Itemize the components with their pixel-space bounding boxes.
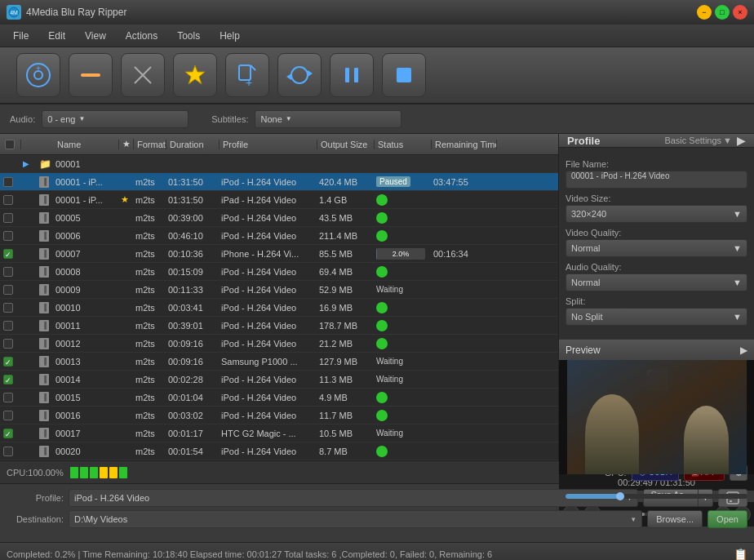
table-row[interactable]: 00017 m2ts 00:01:17 HTC G2 Magic - ... 1…: [0, 424, 558, 442]
settings-arrow-icon[interactable]: ▶: [737, 134, 746, 147]
file-name-label: File Name:: [566, 159, 747, 169]
table-row[interactable]: 00012 m2ts 00:09:16 iPod - H.264 Video 2…: [0, 335, 558, 353]
add-disc-button[interactable]: +: [16, 53, 60, 97]
table-row[interactable]: 00014 m2ts 00:02:28 iPod - H.264 Video 1…: [0, 371, 558, 389]
profile-panel: Profile Basic Settings ▼ ▶ File Name: 00…: [558, 134, 754, 460]
status-info-icon[interactable]: 📋: [734, 548, 747, 561]
table-body[interactable]: ▶ 📁 00001 00001 - iP... m2ts 01:31:50: [0, 155, 558, 460]
controls-row: Audio: 0 - eng ▼ Subtitles: None ▼: [0, 104, 754, 134]
star-button[interactable]: [173, 53, 217, 97]
subtitles-label: Subtitles:: [211, 114, 248, 124]
minimize-button[interactable]: −: [697, 5, 712, 20]
table-row[interactable]: 00007 m2ts 00:10:36 iPhone - H.264 Vi...…: [0, 245, 558, 263]
pause-button[interactable]: [330, 53, 374, 97]
col-duration: Duration: [166, 140, 220, 149]
preview-arrow-icon[interactable]: ▶: [740, 344, 747, 356]
table-row[interactable]: 00011 m2ts 00:39:01 iPod - H.264 Video 1…: [0, 317, 558, 335]
menu-view[interactable]: View: [75, 27, 116, 45]
col-profile: Profile: [220, 140, 317, 149]
row-name: 00005: [52, 213, 118, 223]
row-format: m2ts: [132, 195, 165, 205]
row-output-size: 1.4 GB: [316, 195, 373, 205]
table-row[interactable]: 00008 m2ts 00:15:09 iPod - H.264 Video 6…: [0, 263, 558, 281]
remove-button[interactable]: [69, 53, 113, 97]
svg-text:4M: 4M: [10, 10, 18, 16]
row-check[interactable]: [0, 195, 20, 205]
menu-actions[interactable]: Actions: [116, 27, 167, 45]
menu-tools[interactable]: Tools: [167, 27, 210, 45]
cpu-seg: [109, 467, 118, 478]
maximize-button[interactable]: □: [715, 5, 730, 20]
subtitles-dropdown[interactable]: None ▼: [255, 110, 401, 128]
destination-label: Destination:: [7, 514, 64, 524]
table-row[interactable]: 00001 - iP... ★ m2ts 01:31:50 iPad - H.2…: [0, 191, 558, 209]
row-profile: iPod - H.264 Video: [218, 177, 316, 187]
row-duration: 01:31:50: [165, 195, 218, 205]
add-file-button[interactable]: +: [225, 53, 269, 97]
svg-rect-5: [81, 73, 100, 77]
preview-header: Preview ▶: [559, 339, 754, 360]
audio-quality-dropdown[interactable]: Normal ▼: [566, 273, 747, 291]
close-button[interactable]: ×: [733, 5, 747, 20]
row-check[interactable]: [0, 159, 20, 169]
audio-label: Audio:: [10, 114, 35, 124]
cpu-seg: [70, 467, 78, 478]
video-seekbar[interactable]: [566, 494, 747, 499]
browse-button[interactable]: Browse...: [647, 510, 703, 528]
video-size-dropdown-arrow: ▼: [733, 209, 742, 219]
app-icon: 4M: [7, 5, 21, 20]
preview-title: Preview: [566, 344, 601, 356]
open-button[interactable]: Open: [707, 510, 747, 528]
window-controls: − □ ×: [697, 5, 747, 20]
menu-help[interactable]: Help: [210, 27, 250, 45]
col-status: Status: [375, 140, 432, 149]
table-row[interactable]: 00016 m2ts 00:03:02 iPod - H.264 Video 1…: [0, 407, 558, 424]
row-name: 00009: [52, 285, 118, 295]
profile-settings-toggle[interactable]: Basic Settings ▼ ▶: [664, 134, 746, 147]
video-size-label: Video Size:: [566, 193, 747, 203]
table-row[interactable]: 00001 - iP... m2ts 01:31:50 iPod - H.264…: [0, 173, 558, 191]
table-row[interactable]: 00005 m2ts 00:39:00 iPod - H.264 Video 4…: [0, 209, 558, 227]
table-row[interactable]: 00009 m2ts 00:11:33 iPod - H.264 Video 5…: [0, 281, 558, 299]
status-bar: Completed: 0.2% | Time Remaining: 10:18:…: [0, 542, 754, 560]
menu-file[interactable]: File: [3, 27, 38, 45]
table-row[interactable]: 00015 m2ts 00:01:04 iPod - H.264 Video 4…: [0, 389, 558, 407]
table-row[interactable]: 00020 m2ts 00:01:54 iPod - H.264 Video 8…: [0, 442, 558, 460]
row-duration: 01:31:50: [165, 177, 218, 187]
cpu-seg: [90, 467, 98, 478]
row-name: 00001: [52, 159, 118, 169]
svg-text:+: +: [246, 76, 252, 89]
row-name: 00001 - iP...: [52, 195, 118, 205]
col-remaining: Remaining Time: [432, 140, 497, 149]
video-size-dropdown[interactable]: 320×240 ▼: [566, 205, 747, 223]
audio-quality-dropdown-arrow: ▼: [733, 278, 742, 287]
table-row[interactable]: 00006 m2ts 00:46:10 iPod - H.264 Video 2…: [0, 227, 558, 245]
audio-dropdown[interactable]: 0 - eng ▼: [42, 110, 188, 128]
audio-dropdown-arrow: ▼: [78, 115, 85, 122]
destination-input[interactable]: D:\My Videos ▼: [69, 510, 642, 528]
status-text: Completed: 0.2% | Time Remaining: 10:18:…: [7, 549, 492, 559]
svg-rect-14: [354, 68, 358, 82]
svg-marker-8: [185, 65, 205, 84]
stop-button[interactable]: [382, 53, 426, 97]
row-star: ★: [118, 194, 132, 205]
svg-marker-12: [286, 73, 291, 80]
convert-button[interactable]: [277, 53, 322, 97]
table-row[interactable]: 00010 m2ts 00:03:41 iPod - H.264 Video 1…: [0, 299, 558, 317]
video-quality-label: Video Quality:: [566, 228, 747, 238]
row-check[interactable]: [0, 177, 20, 187]
split-dropdown[interactable]: No Split ▼: [566, 308, 747, 326]
file-name-input[interactable]: 00001 - iPod - H.264 Video: [566, 171, 747, 189]
edit-button[interactable]: [121, 53, 165, 97]
menu-edit[interactable]: Edit: [38, 27, 75, 45]
row-format: m2ts: [132, 177, 165, 187]
profile-bottom-input[interactable]: iPod - H.264 Video ▼: [69, 489, 638, 507]
row-film: [36, 176, 52, 188]
col-name: Name: [54, 140, 119, 149]
table-row[interactable]: 00013 m2ts 00:09:16 Samsung P1000 ... 12…: [0, 353, 558, 371]
row-profile: iPad - H.264 Video: [218, 195, 316, 205]
video-quality-dropdown[interactable]: Normal ▼: [566, 239, 747, 257]
title-bar: 4M 4Media Blu Ray Ripper − □ ×: [0, 0, 754, 24]
row-name: 00007: [52, 249, 118, 259]
table-row[interactable]: ▶ 📁 00001: [0, 155, 558, 173]
